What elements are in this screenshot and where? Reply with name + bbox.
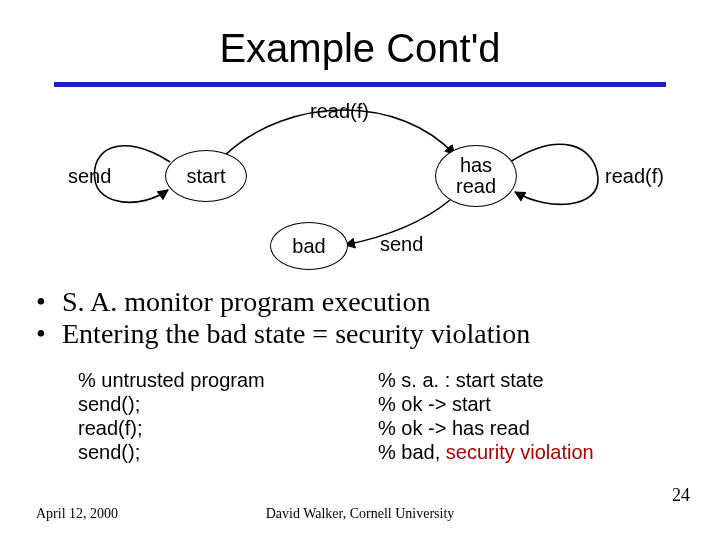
bullet-mark: • [36, 318, 62, 350]
state-start-label: start [187, 166, 226, 187]
slide: Example Cont'd start has read bad [0, 0, 720, 540]
bullet-item: • Entering the bad state = security viol… [36, 318, 696, 350]
state-diagram: start has read bad send read(f) read(f) … [60, 100, 660, 270]
slide-title: Example Cont'd [0, 26, 720, 71]
code-line: % untrusted program [78, 368, 378, 392]
left-column: % untrusted program send(); read(f); sen… [78, 368, 378, 464]
trace-prefix: % bad, [378, 441, 446, 463]
bullet-list: • S. A. monitor program execution • Ente… [36, 286, 696, 350]
right-column: % s. a. : start state % ok -> start % ok… [378, 368, 678, 464]
edge-label-readf-top: read(f) [310, 100, 369, 123]
diagram-arrows [60, 100, 660, 270]
state-has-read: has read [435, 145, 517, 207]
trace-line: % s. a. : start state [378, 368, 678, 392]
code-line: send(); [78, 392, 378, 416]
trace-line: % bad, security violation [378, 440, 678, 464]
state-bad-label: bad [292, 236, 325, 257]
edge-label-readf-loop: read(f) [605, 165, 664, 188]
state-has-read-label: has read [456, 155, 496, 197]
trace-line: % ok -> has read [378, 416, 678, 440]
state-bad: bad [270, 222, 348, 270]
state-start: start [165, 150, 247, 202]
footer-author: David Walker, Cornell University [0, 506, 720, 522]
edge-label-send-to-bad: send [380, 233, 423, 256]
trace-line: % ok -> start [378, 392, 678, 416]
code-line: read(f); [78, 416, 378, 440]
code-line: send(); [78, 440, 378, 464]
footer-page: 24 [672, 485, 690, 506]
trace-violation: security violation [446, 441, 594, 463]
code-columns: % untrusted program send(); read(f); sen… [78, 368, 678, 464]
edge-label-send-loop: send [68, 165, 111, 188]
bullet-text: S. A. monitor program execution [62, 286, 431, 318]
bullet-item: • S. A. monitor program execution [36, 286, 696, 318]
bullet-text: Entering the bad state = security violat… [62, 318, 530, 350]
bullet-mark: • [36, 286, 62, 318]
title-rule [54, 82, 666, 87]
